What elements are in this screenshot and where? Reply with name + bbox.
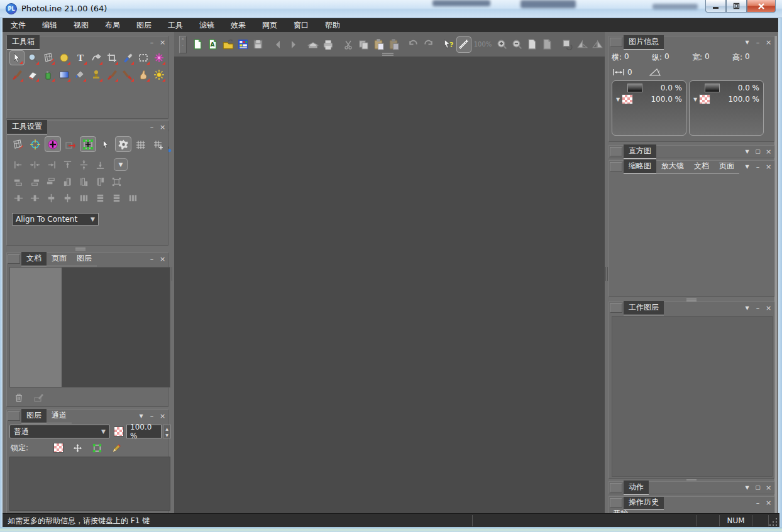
marquee-select-tool[interactable] <box>136 50 151 65</box>
toolbox-minimize-icon[interactable]: – <box>146 37 157 48</box>
panel-drag-box[interactable] <box>8 254 20 264</box>
panel-drag-box[interactable] <box>610 162 622 171</box>
finger-tool[interactable] <box>136 67 151 82</box>
document-canvas[interactable] <box>174 57 605 513</box>
thumbnail-close-icon[interactable]: × <box>763 161 774 172</box>
space-evenly-h-icon[interactable] <box>77 192 91 204</box>
spinner-up-icon[interactable]: ▲ <box>165 426 168 431</box>
lock-size-icon[interactable] <box>92 443 102 453</box>
distribute-bottom-icon[interactable] <box>94 176 107 187</box>
brush-tool[interactable] <box>9 67 25 82</box>
fit-page-button[interactable] <box>524 36 539 53</box>
channel-right-checker-icon[interactable] <box>699 94 710 104</box>
image-info-menu-icon[interactable]: ▼ <box>742 37 752 48</box>
menu-help[interactable]: 帮助 <box>317 18 348 33</box>
panel-drag-box[interactable] <box>610 303 622 313</box>
scan-button[interactable] <box>306 36 321 53</box>
shape-tool[interactable] <box>57 50 72 65</box>
retouch-tool[interactable] <box>104 67 119 82</box>
channel-right-dropdown-icon[interactable]: ▼ <box>693 97 697 102</box>
resize-grip[interactable] <box>769 517 778 526</box>
tab-pages[interactable]: 页面 <box>47 252 72 266</box>
paste-as-document-button[interactable] <box>386 36 401 53</box>
menu-filter[interactable]: 滤镜 <box>191 18 223 33</box>
distribute-top-icon[interactable] <box>61 176 74 187</box>
fill-tool[interactable] <box>72 67 87 82</box>
menu-file[interactable]: 文件 <box>3 18 34 33</box>
grid-icon[interactable] <box>133 136 149 152</box>
align-top-icon[interactable] <box>61 159 74 170</box>
flip-horizontal-button[interactable] <box>575 36 590 53</box>
airbrush-tool[interactable] <box>41 67 56 82</box>
tab-thumb-page[interactable]: 页面 <box>714 160 739 174</box>
thumbnail-menu-icon[interactable]: ▼ <box>742 161 752 172</box>
lock-position-icon[interactable] <box>72 443 83 453</box>
working-layers-close-icon[interactable]: × <box>763 303 774 313</box>
pen-curve-tool[interactable] <box>89 50 104 65</box>
tab-layers[interactable]: 图层 <box>21 409 47 423</box>
spinner-down-icon[interactable]: ▼ <box>165 433 168 437</box>
lock-transparency-icon[interactable] <box>53 443 63 453</box>
actions-close-icon[interactable]: × <box>763 482 774 493</box>
grid-add-icon[interactable] <box>150 136 167 152</box>
stamp-tool[interactable] <box>88 67 103 82</box>
tab-channels[interactable]: 通道 <box>47 409 72 423</box>
save-button[interactable] <box>251 36 266 53</box>
thumbnail-minimize-icon[interactable]: – <box>752 161 763 172</box>
align-left-icon[interactable] <box>12 159 25 170</box>
align-center-horizontal-icon[interactable] <box>28 159 41 170</box>
eraser-tool[interactable] <box>25 67 40 82</box>
panel-drag-box[interactable] <box>610 38 622 47</box>
flip-vertical-button[interactable] <box>590 36 605 53</box>
redo-button[interactable] <box>421 36 436 53</box>
handles-mode-button[interactable] <box>80 136 96 152</box>
document-panel-close-icon[interactable]: × <box>157 254 168 264</box>
distribute-left-icon[interactable] <box>12 176 25 187</box>
gradient-swatch-icon[interactable] <box>627 84 642 92</box>
rotate-canvas-button[interactable] <box>559 36 575 53</box>
add-point-mode-button[interactable] <box>45 136 61 152</box>
align-to-select[interactable]: Align To Content ▼ <box>12 213 99 225</box>
image-info-close-icon[interactable]: × <box>763 37 774 48</box>
histogram-close-icon[interactable]: × <box>763 146 774 157</box>
menu-effect[interactable]: 效果 <box>223 18 254 33</box>
fit-width-button[interactable] <box>539 36 554 53</box>
distribute-center-icon[interactable] <box>110 176 123 187</box>
options-gear-button[interactable] <box>115 136 131 152</box>
magic-wand-tool[interactable] <box>151 50 167 65</box>
right-splitter-grip[interactable] <box>604 267 609 281</box>
context-help-button[interactable] <box>441 36 456 53</box>
equal-width-icon[interactable] <box>110 192 123 204</box>
working-layers-minimize-icon[interactable]: – <box>752 303 763 313</box>
lock-paint-icon[interactable] <box>111 443 122 453</box>
layer-opacity-field[interactable]: 100.0 % <box>126 425 162 438</box>
copy-button[interactable] <box>356 36 371 53</box>
close-window-button[interactable] <box>747 0 776 13</box>
transform-mode-icon[interactable] <box>9 136 26 152</box>
gradient-tool[interactable] <box>57 67 72 82</box>
paste-button[interactable] <box>371 36 386 53</box>
eyedropper-tool[interactable] <box>120 50 135 65</box>
forward-button[interactable] <box>285 36 300 53</box>
toolbox-close-icon[interactable]: × <box>157 37 168 48</box>
tool-settings-minimize-icon[interactable]: – <box>146 122 157 133</box>
distribute-right-icon[interactable] <box>45 176 58 187</box>
edit-document-icon[interactable] <box>33 392 45 403</box>
channel-left-dropdown-icon[interactable]: ▼ <box>616 97 620 102</box>
menu-tool[interactable]: 工具 <box>160 18 191 33</box>
layer-opacity-spinner[interactable]: ▲ ▼ <box>163 425 171 438</box>
history-close-icon[interactable]: × <box>763 497 774 508</box>
restore-window-button[interactable] <box>726 0 747 13</box>
layers-panel-minimize-icon[interactable]: – <box>146 411 157 421</box>
distribute-middle-icon[interactable] <box>77 176 91 187</box>
tab-magnifier[interactable]: 放大镜 <box>656 160 689 174</box>
space-bottom-icon[interactable] <box>61 192 74 204</box>
back-button[interactable] <box>270 36 285 53</box>
new-text-document-button[interactable]: A <box>206 36 221 53</box>
panel-drag-box[interactable] <box>610 147 622 156</box>
gradient-swatch-icon[interactable] <box>705 84 720 92</box>
cursor-mode-icon[interactable] <box>97 136 114 152</box>
actions-menu-icon[interactable]: ▼ <box>742 482 752 493</box>
tab-documents[interactable]: 文档 <box>21 252 47 266</box>
blend-mode-select[interactable]: 普通 ▼ <box>9 425 110 438</box>
